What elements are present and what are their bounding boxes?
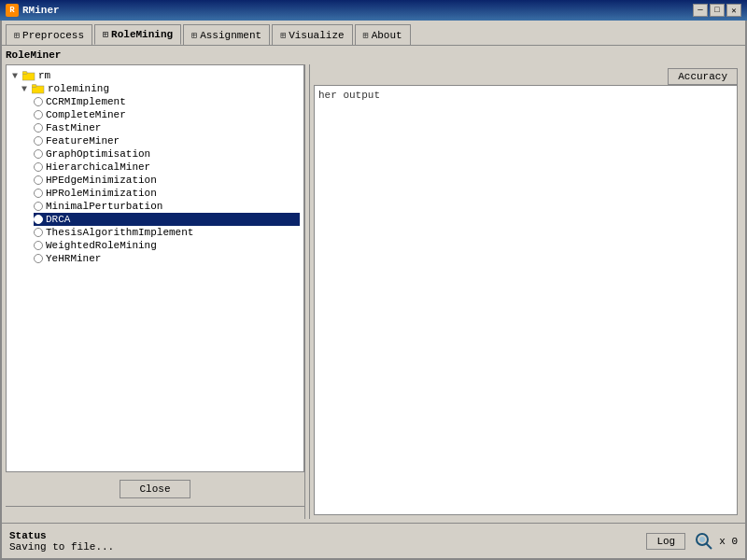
- folder-icon-rm: [22, 70, 35, 81]
- content-area: RoleMiner ▼ rm ▼: [2, 45, 745, 523]
- tree-folder-label: rolemining: [48, 83, 109, 94]
- restore-button[interactable]: □: [710, 4, 725, 17]
- left-column: ▼ rm ▼ rolemining: [6, 64, 304, 519]
- panels-row: ▼ rm ▼ rolemining: [6, 64, 741, 519]
- tree-root-rm[interactable]: ▼ rm: [10, 69, 300, 82]
- tree-folder-rolemining[interactable]: ▼ rolemining: [20, 82, 300, 95]
- window-close-button[interactable]: ✕: [726, 4, 741, 17]
- log-button[interactable]: Log: [646, 533, 685, 550]
- tree-item-label: ThesisAlgorithmImplement: [46, 227, 193, 238]
- tree-item-label: HPEdgeMinimization: [46, 175, 157, 186]
- title-controls: — □ ✕: [693, 4, 741, 17]
- tab-assignment[interactable]: ⊞ Assignment: [183, 24, 270, 45]
- leaf-icon: [34, 202, 43, 211]
- tab-plus-icon: ⊞: [363, 30, 369, 41]
- tree-item-label: MinimalPerturbation: [46, 201, 162, 212]
- leaf-icon: [34, 175, 43, 185]
- leaf-icon: [34, 228, 43, 237]
- tab-plus-icon: ⊞: [191, 30, 197, 41]
- tab-plus-icon: ⊞: [103, 29, 108, 40]
- tab-plus-icon: ⊞: [280, 30, 286, 41]
- window-content: ⊞ Preprocess ⊞ RoleMining ⊞ Assignment ⊞…: [0, 21, 747, 560]
- tree-panel[interactable]: ▼ rm ▼ rolemining: [6, 64, 304, 472]
- leaf-icon: [34, 189, 43, 198]
- tree-item-label: FastMiner: [46, 122, 101, 133]
- tab-about-label: About: [372, 30, 402, 41]
- svg-rect-3: [32, 85, 36, 88]
- tab-rolemining[interactable]: ⊞ RoleMining: [94, 24, 181, 45]
- tree-item-HPRoleMinimization[interactable]: HPRoleMinimization: [34, 187, 300, 200]
- accuracy-button[interactable]: Accuracy: [668, 68, 738, 85]
- leaf-icon: [34, 215, 43, 224]
- tree-item-FastMiner[interactable]: FastMiner: [34, 121, 300, 134]
- x-count: x 0: [719, 536, 738, 547]
- tab-visualize-label: Visualize: [289, 30, 344, 41]
- leaf-icon: [34, 162, 43, 172]
- tree-toggle-rolemining[interactable]: ▼: [20, 84, 29, 94]
- tree-item-GraphOptimisation[interactable]: GraphOptimisation: [34, 147, 300, 161]
- minimize-button[interactable]: —: [693, 4, 708, 17]
- search-icon-area: x 0: [693, 530, 738, 553]
- accuracy-row: Accuracy: [314, 68, 738, 85]
- tab-assignment-label: Assignment: [200, 30, 261, 41]
- search-icon: [693, 530, 715, 553]
- tab-bar: ⊞ Preprocess ⊞ RoleMining ⊞ Assignment ⊞…: [2, 21, 745, 45]
- tree-item-CCRMImplement[interactable]: CCRMImplement: [34, 95, 300, 108]
- tree-item-WeightedRoleMining[interactable]: WeightedRoleMining: [34, 239, 300, 252]
- tree-item-label: CCRMImplement: [46, 96, 126, 107]
- title-bar: R RMiner — □ ✕: [0, 0, 747, 21]
- folder-icon-rolemining: [32, 83, 45, 94]
- leaf-icon: [34, 241, 43, 250]
- close-dialog-button[interactable]: Close: [120, 480, 190, 498]
- tree-item-label: WeightedRoleMining: [46, 240, 157, 251]
- title-bar-left: R RMiner: [6, 4, 60, 17]
- tree-item-label: DRCA: [46, 214, 70, 225]
- leaf-icon: [34, 149, 43, 159]
- tree-toggle-rm[interactable]: ▼: [10, 71, 20, 81]
- svg-line-5: [707, 543, 712, 549]
- tree-item-label: CompleteMiner: [46, 109, 126, 120]
- tree-item-MinimalPerturbation[interactable]: MinimalPerturbation: [34, 200, 300, 213]
- output-area: her output: [314, 85, 738, 515]
- tab-preprocess-label: Preprocess: [22, 30, 84, 41]
- leaf-icon: [34, 123, 43, 133]
- tree-item-label: HierarchicalMiner: [46, 161, 150, 173]
- leaf-icon: [34, 97, 43, 106]
- status-bar: Status Saving to file... Log x 0: [2, 523, 745, 558]
- tab-about[interactable]: ⊞ About: [355, 24, 411, 45]
- section-label: RoleMiner: [6, 49, 741, 61]
- tree-item-label: GraphOptimisation: [46, 148, 150, 160]
- app-icon: R: [6, 4, 19, 17]
- tab-rolemining-label: RoleMining: [111, 29, 173, 40]
- tree-item-HierarchicalMiner[interactable]: HierarchicalMiner: [34, 161, 300, 174]
- window-title: RMiner: [22, 5, 60, 16]
- output-label: her output: [318, 90, 380, 101]
- tab-plus-icon: ⊞: [14, 30, 20, 41]
- tree-item-CompleteMiner[interactable]: CompleteMiner: [34, 108, 300, 121]
- right-column: Accuracy her output: [310, 64, 741, 519]
- tree-item-DRCA[interactable]: DRCA: [34, 213, 300, 226]
- status-label: Status: [9, 530, 114, 541]
- tab-preprocess[interactable]: ⊞ Preprocess: [6, 24, 92, 45]
- tree-item-label: HPRoleMinimization: [46, 188, 157, 199]
- tree-footer: Close: [6, 472, 304, 506]
- tree-item-label: FeatureMiner: [46, 135, 120, 147]
- tab-visualize[interactable]: ⊞ Visualize: [272, 24, 352, 45]
- leaf-icon: [34, 136, 43, 146]
- status-text: Saving to file...: [9, 541, 114, 553]
- tree-item-HPEdgeMinimization[interactable]: HPEdgeMinimization: [34, 174, 300, 187]
- tree-item-label: YeHRMiner: [46, 253, 101, 264]
- status-left: Status Saving to file...: [9, 530, 114, 553]
- status-right: Log x 0: [646, 530, 738, 553]
- h-scrollbar[interactable]: [6, 506, 304, 519]
- leaf-icon: [34, 110, 43, 119]
- tree-item-FeatureMiner[interactable]: FeatureMiner: [34, 134, 300, 147]
- tree-item-ThesisAlgorithmImplement[interactable]: ThesisAlgorithmImplement: [34, 226, 300, 239]
- tree-root-label: rm: [38, 70, 50, 81]
- svg-rect-1: [22, 72, 27, 75]
- leaf-icon: [34, 254, 43, 263]
- svg-point-6: [699, 537, 705, 542]
- tree-item-YeHRMiner[interactable]: YeHRMiner: [34, 252, 300, 265]
